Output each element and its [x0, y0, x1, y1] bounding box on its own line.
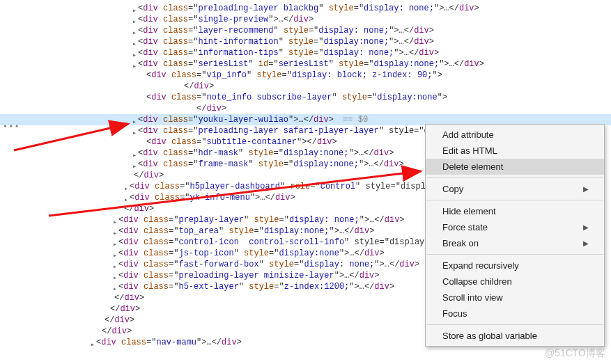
- expand-toggle-icon[interactable]: [131, 150, 138, 157]
- menu-item-label: Add attribute: [442, 129, 494, 140]
- dom-node-text[interactable]: </div>: [105, 315, 134, 326]
- expand-toggle-icon[interactable]: [131, 16, 138, 23]
- expand-toggle-icon[interactable]: [131, 38, 138, 45]
- expand-toggle-icon[interactable]: [131, 116, 138, 123]
- expand-toggle-icon[interactable]: [131, 5, 138, 12]
- dom-node-text[interactable]: </div>: [134, 170, 164, 181]
- menu-separator: [426, 200, 603, 200]
- dom-node-text[interactable]: </div>: [114, 292, 144, 303]
- menu-item-label: Delete element: [442, 161, 503, 172]
- expand-toggle-icon[interactable]: [111, 239, 118, 246]
- menu-item-label: Hide element: [442, 206, 496, 216]
- dom-line[interactable]: <div class="note_info subscribe-layer" s…: [0, 92, 611, 103]
- menu-item-expand-recursively[interactable]: Expand recursively: [426, 258, 604, 274]
- dom-node-text[interactable]: <div class="preloading-layer blackbg" st…: [138, 3, 479, 14]
- dom-node-text[interactable]: </div>: [184, 81, 214, 92]
- dom-line[interactable]: </div>: [0, 81, 611, 92]
- expand-toggle-icon[interactable]: [131, 27, 138, 34]
- dom-node-text[interactable]: <div class="preplay-layer" style="displa…: [118, 214, 405, 225]
- dom-line[interactable]: <div class="seriesList" id="seriesList" …: [0, 58, 611, 70]
- watermark: @51CTO博客: [545, 347, 605, 360]
- expand-toggle-icon[interactable]: [111, 283, 118, 290]
- dom-line[interactable]: <div class="preloading-layer blackbg" st…: [0, 3, 611, 14]
- expand-toggle-icon[interactable]: [123, 183, 130, 190]
- menu-item-focus[interactable]: Focus: [426, 306, 604, 322]
- dom-node-text[interactable]: <div class="h5-ext-layer" style="z-index…: [118, 281, 394, 292]
- dom-node-text[interactable]: </div>: [124, 203, 154, 214]
- menu-separator: [426, 324, 603, 325]
- expand-toggle-icon[interactable]: [131, 127, 138, 134]
- submenu-arrow-icon: ▶: [583, 185, 589, 193]
- menu-item-copy[interactable]: Copy▶: [426, 181, 604, 197]
- expand-toggle-icon[interactable]: [111, 272, 118, 279]
- selected-node-indicator: == $0: [338, 114, 368, 125]
- dom-node-text[interactable]: <div class="preloading-layer minisize-la…: [118, 270, 380, 281]
- dom-line[interactable]: <div class="vip_info" style="display: bl…: [0, 70, 611, 81]
- expand-toggle-icon[interactable]: [111, 216, 118, 223]
- menu-item-label: Focus: [442, 308, 467, 319]
- dom-node-text[interactable]: <div class="preloading-layer safari-play…: [138, 125, 439, 136]
- menu-item-edit-as-html[interactable]: Edit as HTML: [426, 143, 604, 159]
- dom-node-text[interactable]: <div class="hdr-mask" style="display:non…: [138, 148, 394, 159]
- menu-item-store-as-global-variable[interactable]: Store as global variable: [426, 328, 604, 344]
- menu-item-break-on[interactable]: Break on▶: [426, 235, 604, 251]
- dom-line[interactable]: </div>: [0, 103, 611, 114]
- menu-item-label: Copy: [442, 184, 463, 194]
- dom-node-text[interactable]: <div class="yk-info-menu">…</div>: [130, 192, 295, 203]
- menu-item-label: Break on: [442, 238, 479, 248]
- expand-toggle-icon[interactable]: [89, 339, 96, 346]
- dom-node-text[interactable]: <div class="single-preview">…</div>: [138, 14, 314, 25]
- gutter-actions-icon[interactable]: •••: [3, 122, 20, 132]
- dom-node-text[interactable]: <div class="seriesList" id="seriesList" …: [138, 58, 484, 70]
- dom-line[interactable]: <div class="layer-recommend" style="disp…: [0, 25, 611, 36]
- menu-separator: [426, 177, 603, 178]
- menu-item-delete-element[interactable]: Delete element: [426, 159, 604, 175]
- menu-item-collapse-children[interactable]: Collapse children: [426, 274, 604, 290]
- expand-toggle-icon[interactable]: [111, 228, 118, 235]
- menu-item-label: Force state: [442, 222, 488, 232]
- menu-item-label: Scroll into view: [442, 292, 503, 303]
- dom-node-text[interactable]: <div class="nav-mamu">…</div>: [96, 337, 242, 348]
- menu-item-hide-element[interactable]: Hide element: [426, 203, 604, 219]
- menu-item-label: Expand recursively: [442, 260, 519, 271]
- dom-line[interactable]: <div class="hint-information" style="dis…: [0, 36, 611, 47]
- dom-node-text[interactable]: <div class="control-icon control-scroll-…: [118, 237, 440, 248]
- dom-node-text[interactable]: <div class="youku-layer-wuliao">…</div>: [138, 114, 334, 125]
- dom-node-text[interactable]: <div class="information-tips" style="dis…: [138, 47, 439, 58]
- dom-node-text[interactable]: <div class="top_area" style="display:non…: [118, 225, 374, 237]
- dom-node-text[interactable]: <div class="subtitle-container"></div>: [146, 136, 337, 148]
- expand-toggle-icon[interactable]: [111, 261, 118, 268]
- submenu-arrow-icon: ▶: [583, 223, 589, 231]
- context-menu[interactable]: Add attributeEdit as HTMLDelete elementC…: [425, 124, 605, 347]
- menu-separator: [426, 254, 603, 255]
- dom-node-text[interactable]: </div>: [196, 103, 226, 114]
- dom-line[interactable]: <div class="information-tips" style="dis…: [0, 47, 611, 58]
- menu-item-label: Edit as HTML: [442, 145, 497, 156]
- dom-node-text[interactable]: <div class="h5player-dashboard" role="co…: [130, 181, 441, 192]
- expand-toggle-icon[interactable]: [131, 61, 138, 68]
- dom-node-text[interactable]: <div class="layer-recommend" style="disp…: [138, 25, 434, 36]
- dom-node-text[interactable]: <div class="note_info subscribe-layer" s…: [146, 92, 447, 103]
- dom-node-text[interactable]: </div>: [110, 303, 140, 315]
- dom-node-text[interactable]: <div class="js-top-icon" style="display:…: [118, 248, 385, 259]
- expand-toggle-icon[interactable]: [123, 194, 130, 201]
- expand-toggle-icon[interactable]: [111, 250, 118, 257]
- dom-node-text[interactable]: </div>: [102, 326, 132, 337]
- dom-node-text[interactable]: <div class="fast-forward-box" style="dis…: [118, 259, 419, 270]
- expand-toggle-icon[interactable]: [131, 161, 138, 168]
- menu-item-label: Store as global variable: [442, 331, 537, 341]
- dom-node-text[interactable]: <div class="vip_info" style="display: bl…: [146, 70, 442, 81]
- dom-line[interactable]: <div class="single-preview">…</div>: [0, 14, 611, 25]
- menu-item-label: Collapse children: [442, 276, 512, 287]
- menu-item-add-attribute[interactable]: Add attribute: [426, 127, 604, 143]
- dom-node-text[interactable]: <div class="hint-information" style="dis…: [138, 36, 434, 47]
- menu-item-scroll-into-view[interactable]: Scroll into view: [426, 290, 604, 306]
- submenu-arrow-icon: ▶: [583, 239, 589, 247]
- dom-node-text[interactable]: <div class="frame-mask" style="display:n…: [138, 159, 404, 170]
- menu-item-force-state[interactable]: Force state▶: [426, 219, 604, 235]
- expand-toggle-icon[interactable]: [131, 49, 138, 56]
